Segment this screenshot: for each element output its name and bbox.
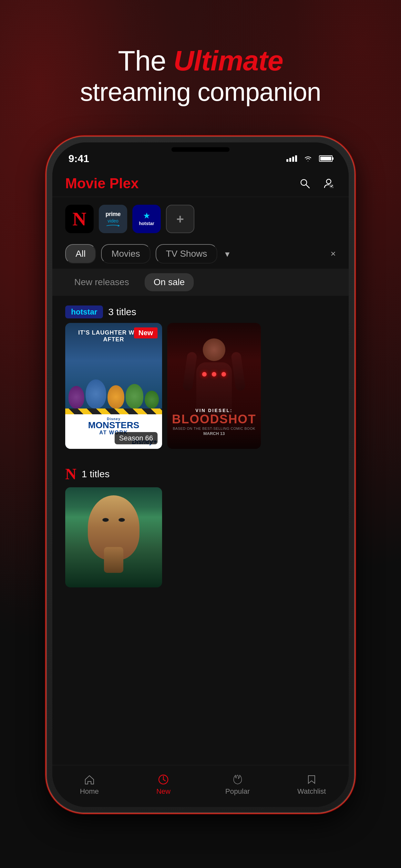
svg-point-2 <box>327 179 331 184</box>
hero-line1: The Ultimate <box>0 45 401 76</box>
eyes-area <box>102 518 125 522</box>
eye-right <box>119 518 125 522</box>
monster-character-purple <box>68 386 84 408</box>
filter-chips-row: New releases On sale <box>52 269 349 296</box>
status-icons <box>286 151 333 166</box>
tab-movies[interactable]: Movies <box>101 244 150 264</box>
hotstar-section: hotstar 3 titles IT'S LAUGHTER WE'RE AFT… <box>52 299 349 452</box>
tab-watchlist[interactable]: Watchlist <box>275 774 349 796</box>
close-filter-icon[interactable]: × <box>331 249 336 259</box>
signal-bar-2 <box>289 158 291 162</box>
eye-left <box>102 518 109 522</box>
monster-character-orange <box>107 385 124 408</box>
search-button[interactable] <box>298 176 312 190</box>
svg-point-3 <box>329 184 334 188</box>
tab-tv-shows[interactable]: TV Shows <box>156 244 218 264</box>
filter-icon[interactable]: ▾ <box>225 249 229 259</box>
bloodshot-arm-right <box>231 351 246 391</box>
status-bar: 9:41 <box>52 143 349 169</box>
bloodshot-text-block: VIN DIESEL: BLOODSHOT BASED ON THE BEST-… <box>167 408 261 436</box>
hotstar-cards-row: IT'S LAUGHTER WE'RE AFTER <box>52 323 349 449</box>
signal-bars-icon <box>286 155 297 162</box>
monsters-card-bg: IT'S LAUGHTER WE'RE AFTER <box>65 323 162 449</box>
hotstar-star-icon: ★ <box>143 212 150 220</box>
hero-plain-text: The <box>118 44 174 76</box>
phone-body: 9:41 <box>45 135 356 814</box>
netflix-section-badge: N <box>65 465 76 483</box>
prime-sub: video <box>107 218 118 223</box>
bloodshot-card[interactable]: VIN DIESEL: BLOODSHOT BASED ON THE BEST-… <box>167 323 261 449</box>
monsters-at-work-card[interactable]: IT'S LAUGHTER WE'RE AFTER <box>65 323 162 449</box>
tab-home[interactable]: Home <box>52 774 127 796</box>
battery-tip <box>333 157 334 160</box>
hotstar-count: 3 titles <box>108 306 136 317</box>
netflix-service-logo[interactable]: N <box>65 205 94 233</box>
neck-area <box>104 547 123 573</box>
tab-new[interactable]: New <box>127 774 201 796</box>
caution-tape <box>65 408 162 414</box>
svg-line-1 <box>306 185 309 188</box>
prime-video-service-logo[interactable]: prime video <box>99 205 127 233</box>
bloodshot-date: MARCH 13 <box>167 431 261 436</box>
app-content: Movie Plex <box>52 169 349 807</box>
svg-line-6 <box>163 779 165 781</box>
hotstar-section-header: hotstar 3 titles <box>52 302 349 323</box>
hotstar-service-logo[interactable]: ★ hotstar <box>132 205 161 233</box>
volume-down-button[interactable] <box>45 295 47 327</box>
hero-section: The Ultimate streaming companion <box>0 45 401 107</box>
tab-popular[interactable]: Popular <box>201 774 275 796</box>
monster-character-green-big <box>126 384 144 408</box>
new-releases-chip[interactable]: New releases <box>65 273 138 291</box>
face-art <box>81 495 146 579</box>
header-action-icons <box>298 176 336 190</box>
add-service-button[interactable]: + <box>166 205 194 233</box>
monsters-title-text: MONSTERS <box>70 421 157 430</box>
bloodshot-title-text: BLOODSHOT <box>167 413 261 425</box>
glow-dot-3 <box>221 372 226 376</box>
power-button[interactable] <box>354 259 356 305</box>
tab-new-label: New <box>156 787 171 796</box>
fire-icon <box>232 774 243 785</box>
phone-screen: 9:41 <box>52 143 349 807</box>
volume-mute-button[interactable] <box>45 227 47 246</box>
season-badge: Season 66 <box>115 432 158 444</box>
dynamic-island <box>172 147 229 152</box>
bloodshot-head <box>203 338 225 361</box>
signal-bar-4 <box>295 155 297 162</box>
glow-dots-row <box>202 372 226 376</box>
hotstar-text: hotstar <box>139 221 154 226</box>
signal-bar-3 <box>292 157 294 162</box>
glow-dot-2 <box>212 372 216 376</box>
netflix-cards-row <box>52 487 349 587</box>
filter-tabs: All Movies TV Shows ▾ × <box>52 241 349 269</box>
home-icon <box>84 774 95 785</box>
app-title: Movie Plex <box>65 175 138 191</box>
profile-button[interactable] <box>321 176 336 190</box>
monster-character-mike <box>145 391 159 408</box>
tab-all[interactable]: All <box>65 244 96 264</box>
volume-up-button[interactable] <box>45 256 47 288</box>
netflix-card-inner <box>65 487 162 587</box>
tab-bar: Home New <box>52 765 349 807</box>
netflix-section: N 1 titles <box>52 459 349 591</box>
prime-text: prime <box>105 211 121 218</box>
bloodshot-comic-label: BASED ON THE BEST-SELLING COMIC BOOK <box>167 427 261 430</box>
netflix-section-header: N 1 titles <box>52 462 349 487</box>
services-row: N prime video ★ hotstar <box>52 197 349 241</box>
new-badge: New <box>134 328 158 338</box>
clock-icon <box>158 774 169 785</box>
netflix-movie-card[interactable] <box>65 487 162 587</box>
monsters-characters-art <box>65 345 162 408</box>
on-sale-chip[interactable]: On sale <box>145 273 194 291</box>
netflix-count: 1 titles <box>82 469 110 479</box>
phone-mockup: 9:41 <box>45 135 356 814</box>
wifi-icon <box>301 151 315 166</box>
glow-dot-1 <box>202 372 207 376</box>
tab-popular-label: Popular <box>225 787 250 796</box>
hero-line2: streaming companion <box>0 76 401 107</box>
monster-character-sulley <box>86 379 106 408</box>
bloodshot-body <box>196 362 232 414</box>
app-header: Movie Plex <box>52 169 349 197</box>
bloodshot-arm-left <box>182 351 197 391</box>
status-time: 9:41 <box>68 153 89 165</box>
